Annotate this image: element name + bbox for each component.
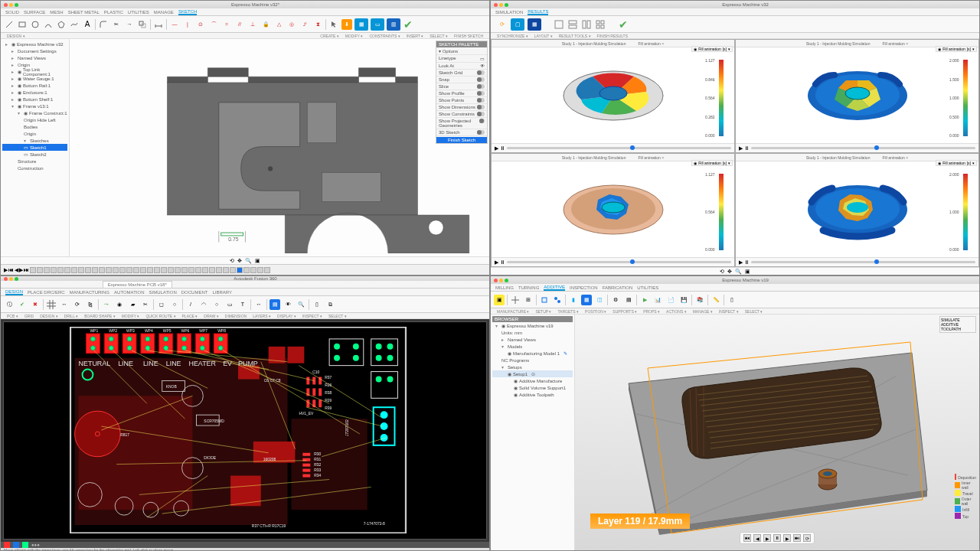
close-icon[interactable] (494, 3, 498, 7)
close-icon[interactable] (4, 277, 8, 281)
tab-surface[interactable]: SURFACE (24, 10, 45, 15)
display-icon[interactable]: 👁 (283, 299, 293, 310)
browser-tree[interactable]: ▸◉Espresso Machine v32 ▸Document Setting… (1, 39, 70, 256)
export-icon[interactable]: 💾 (678, 295, 689, 305)
line-tool-icon[interactable] (4, 19, 15, 30)
text-pcb-icon[interactable]: T (237, 299, 248, 310)
tree-sub-3[interactable]: Sketches (30, 139, 49, 143)
tab-simul[interactable]: SIMULATION (149, 290, 177, 295)
profile-toggle[interactable] (477, 91, 485, 96)
tab-simulation[interactable]: SIMULATION (495, 10, 523, 15)
dims-toggle[interactable] (477, 105, 485, 109)
loop-icon[interactable]: ⟳ (803, 534, 811, 542)
ripup-icon[interactable]: ✂ (140, 299, 151, 310)
sim-cell2-study[interactable]: Study 1 - Injection Molding Simulation (803, 41, 874, 46)
tree-root[interactable]: Espresso Machine v32 (17, 42, 64, 47)
maximize-icon[interactable] (505, 279, 508, 282)
modify-group[interactable]: MODIFY ▾ (345, 34, 364, 38)
insert-dxf-icon[interactable]: ▦ (354, 18, 368, 31)
insert-group[interactable]: INSERT ▾ (407, 34, 424, 38)
setup-icon[interactable]: ▣ (494, 295, 505, 305)
material-icon[interactable]: ▤ (623, 295, 634, 305)
doc-tab-pcb[interactable]: Espresso Machine PCB v18* (103, 281, 172, 288)
tree-doc-settings[interactable]: Document Settings (18, 49, 57, 54)
select-group[interactable]: SELECT ▾ (430, 34, 448, 38)
concentric-constraint-icon[interactable]: ◎ (286, 19, 297, 30)
zoom-icon[interactable]: 🔍 (245, 258, 252, 264)
sim-cell1-study[interactable]: Study 1 - Injection Molding Simulation (559, 41, 629, 46)
constraints-group[interactable]: CONSTRAINTS ▾ (369, 34, 400, 38)
sim-view-1[interactable]: ◉ Fill animation [s] ▾ (492, 47, 734, 143)
finish-results-icon[interactable]: ✔ (618, 19, 629, 30)
tree-const[interactable]: Construction (18, 166, 44, 171)
group-icon[interactable]: ⧉ (325, 299, 335, 310)
select-pcb-icon[interactable]: ▯ (312, 299, 322, 310)
tree-comp-4[interactable]: Enclosure:1 (23, 90, 47, 95)
pause-icon[interactable]: ⏸ (773, 534, 781, 542)
project-icon[interactable]: ▥ (387, 18, 400, 31)
close-icon[interactable] (4, 3, 8, 7)
skip-start-icon[interactable]: ⏮ (743, 534, 751, 542)
tab-mesh[interactable]: MESH (50, 10, 63, 15)
tangent-constraint-icon[interactable]: ⌒ (208, 19, 219, 30)
orbit-icon[interactable]: ⟲ (230, 258, 234, 264)
error-icon[interactable]: ✖ (30, 299, 41, 310)
mirror-icon[interactable]: ⧎ (85, 299, 96, 310)
tree-frame-sub[interactable]: Frame Construct:1 (29, 111, 67, 116)
layers-icon[interactable]: ▤ (270, 299, 280, 310)
fillet-tool-icon[interactable] (98, 19, 109, 30)
tab-manage[interactable]: MANAGE (154, 10, 174, 15)
perpendicular-constraint-icon[interactable]: ⊥ (247, 19, 258, 30)
rect-pcb-icon[interactable]: ▭ (224, 299, 235, 310)
sketch3d-toggle[interactable] (477, 130, 485, 135)
layout-2v-icon[interactable] (581, 19, 592, 30)
layout-4-icon[interactable] (595, 19, 606, 30)
trim-tool-icon[interactable]: ✂ (111, 19, 122, 30)
via-icon[interactable]: ◉ (114, 299, 125, 310)
library-icon[interactable]: 📚 (694, 295, 705, 305)
select-tool-icon[interactable] (328, 19, 339, 30)
tree-comp-1[interactable]: Top Link Component:1 (23, 67, 67, 77)
layout-2h-icon[interactable] (567, 19, 578, 30)
quad-view-icon[interactable]: ▦ (528, 18, 541, 31)
close-icon[interactable] (494, 279, 498, 282)
dimension-tool-icon[interactable] (153, 19, 164, 30)
extend-tool-icon[interactable]: → (124, 19, 135, 30)
finish-sketch-icon[interactable]: ✔ (403, 19, 413, 30)
minimize-icon[interactable] (9, 3, 13, 7)
midpoint-constraint-icon[interactable]: △ (273, 19, 284, 30)
tree-struct[interactable]: Structure (18, 159, 36, 164)
browser-additive[interactable]: BROWSER ▾◉Espresso Machine v19 Units: mm… (491, 315, 575, 550)
timeline-begin-icon[interactable]: ⏮ (8, 267, 14, 272)
tab-mfg[interactable]: MANUFACTURING (70, 290, 109, 295)
route-icon[interactable]: ⤳ (101, 299, 112, 310)
sync-icon[interactable]: ⟳ (497, 19, 508, 30)
tab-plastic[interactable]: PLASTIC (104, 10, 123, 15)
arrange-icon[interactable] (552, 295, 563, 305)
tab-pcb-design[interactable]: DESIGN (5, 289, 23, 295)
finish-sketch-button[interactable]: Finish Sketch (436, 137, 487, 143)
workspace-dropdown[interactable]: DESIGN ▾ (7, 34, 25, 38)
text-tool-icon[interactable]: A (82, 19, 93, 30)
offset-tool-icon[interactable] (137, 19, 148, 30)
generate-icon[interactable]: ▶ (639, 295, 650, 305)
circle-pcb-icon[interactable]: ○ (211, 299, 222, 310)
palette-options[interactable]: ▾ Options (439, 48, 458, 54)
tab-additive[interactable]: ADDITIVE (544, 285, 565, 291)
fix-constraint-icon[interactable]: 🔒 (260, 19, 271, 30)
timeline-prev-icon[interactable]: ◀ (15, 267, 18, 273)
info-icon[interactable]: ⓘ (4, 299, 15, 310)
minimize-icon[interactable] (499, 3, 503, 7)
sim-play-icon[interactable]: ▶ (495, 145, 498, 152)
tab-place[interactable]: PLACE DRC/ERC (28, 290, 65, 295)
palette-lookat[interactable]: Look At (439, 64, 454, 68)
sim-cell2-result[interactable]: Fill animation (879, 41, 911, 46)
tree-sketch2[interactable]: Sketch2 (30, 152, 47, 157)
maximize-icon[interactable] (505, 3, 508, 7)
rect-tool-icon[interactable] (17, 19, 28, 30)
tab-inspection[interactable]: INSPECTION (570, 285, 598, 290)
minimize-icon[interactable] (9, 277, 13, 281)
hole-icon[interactable]: ○ (169, 299, 180, 310)
timeline-end-icon[interactable]: ⏭ (24, 267, 29, 272)
move-axes-icon[interactable] (510, 295, 521, 305)
